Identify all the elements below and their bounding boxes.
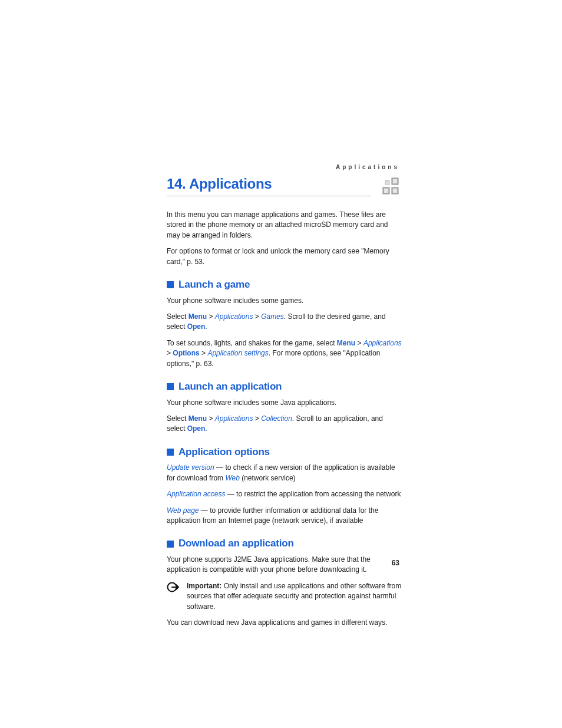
section-bullet-icon — [167, 281, 174, 288]
section-title: Launch a game — [178, 278, 250, 292]
applications-icon — [381, 177, 402, 198]
uiref-applications: Applications — [215, 414, 253, 423]
s3-web-page: Web page — to provide further informatio… — [167, 506, 402, 526]
section-head-launch-game: Launch a game — [167, 278, 402, 292]
intro-paragraph-2: For options to format or lock and unlock… — [167, 246, 402, 267]
uiref-applications: Applications — [363, 339, 402, 347]
chapter-header: 14. Applications — [167, 176, 402, 198]
uiref-menu: Menu — [337, 339, 355, 347]
s1-paragraph-2: Select Menu > Applications > Games. Scro… — [167, 312, 402, 332]
section-title: Download an application — [178, 536, 294, 551]
important-note: Important: Only install and use applicat… — [167, 581, 402, 612]
uiref-update-version: Update version — [167, 463, 214, 472]
uiref-web-page: Web page — [167, 506, 199, 515]
uiref-games: Games — [261, 312, 284, 321]
important-text: Important: Only install and use applicat… — [187, 581, 402, 612]
s1-paragraph-1: Your phone software includes some games. — [167, 296, 402, 306]
section-head-application-options: Application options — [167, 445, 402, 460]
svg-rect-1 — [393, 179, 397, 183]
page-number: 63 — [392, 559, 399, 567]
s3-update-version: Update version — to check if a new versi… — [167, 463, 402, 483]
uiref-collection: Collection — [261, 414, 292, 423]
svg-rect-3 — [384, 189, 388, 193]
s1-paragraph-3: To set sounds, lights, and shakes for th… — [167, 338, 402, 369]
section-bullet-icon — [167, 383, 174, 390]
section-title: Application options — [178, 445, 270, 460]
section-head-launch-application: Launch an application — [167, 380, 402, 394]
running-head: Applications — [336, 164, 399, 170]
intro-paragraph-1: In this menu you can manage applications… — [167, 210, 402, 241]
uiref-application-settings: Application settings — [207, 349, 268, 357]
chapter-title-block: 14. Applications — [167, 176, 371, 196]
s4-paragraph-2: You can download new Java applications a… — [167, 618, 402, 628]
s4-paragraph-1: Your phone supports J2ME Java applicatio… — [167, 555, 402, 575]
chapter-title: 14. Applications — [167, 176, 371, 192]
section-bullet-icon — [167, 541, 174, 548]
important-icon — [167, 581, 181, 593]
svg-rect-5 — [393, 189, 397, 193]
uiref-applications: Applications — [215, 312, 253, 321]
section-bullet-icon — [167, 449, 174, 456]
section-head-download-application: Download an application — [167, 536, 402, 551]
s2-paragraph-2: Select Menu > Applications > Collection.… — [167, 414, 402, 434]
uiref-open: Open — [187, 322, 206, 331]
uiref-open: Open — [187, 424, 206, 433]
section-title: Launch an application — [178, 380, 282, 394]
uiref-menu: Menu — [189, 414, 207, 423]
important-label: Important: — [187, 582, 222, 590]
page-body: In this menu you can manage applications… — [167, 210, 402, 628]
uiref-web: Web — [225, 474, 239, 482]
uiref-options: Options — [173, 349, 199, 357]
svg-rect-6 — [385, 180, 389, 185]
s2-paragraph-1: Your phone software includes some Java a… — [167, 398, 402, 408]
document-page: Applications 14. Applications — [0, 0, 562, 728]
uiref-menu: Menu — [189, 312, 207, 321]
uiref-application-access: Application access — [167, 490, 225, 498]
s3-application-access: Application access — to restrict the app… — [167, 489, 402, 499]
